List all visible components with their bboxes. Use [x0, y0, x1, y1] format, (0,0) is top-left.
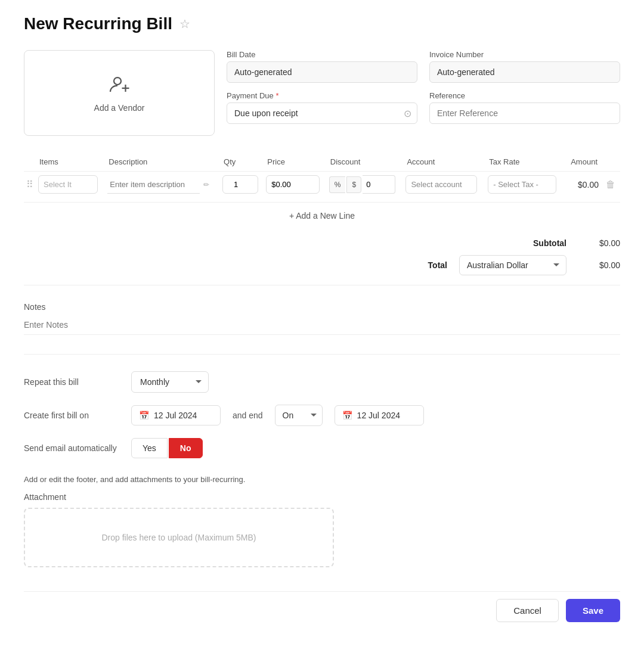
bill-date-group: Bill Date: [227, 50, 417, 83]
payment-due-label: Payment Due *: [227, 91, 417, 100]
drop-text: Drop files here to upload (Maximum 5MB): [101, 533, 256, 542]
vendor-box[interactable]: Add a Vendor: [24, 50, 215, 136]
first-bill-date-picker[interactable]: 📅 12 Jul 2024: [131, 405, 221, 425]
discount-input[interactable]: [363, 175, 395, 194]
svg-point-0: [114, 77, 121, 85]
amount-header: Amount: [565, 153, 601, 172]
tax-rate-header: Tax Rate: [485, 153, 564, 172]
invoice-number-label: Invoice Number: [429, 50, 620, 59]
cancel-button[interactable]: Cancel: [496, 599, 559, 622]
end-select[interactable]: On After Never: [275, 405, 323, 426]
discount-pct-btn[interactable]: %: [329, 176, 346, 193]
attachment-section: Attachment Drop files here to upload (Ma…: [24, 492, 620, 567]
drag-handle-icon[interactable]: ⠿: [26, 179, 33, 190]
qty-wrapper: [222, 175, 258, 194]
delete-row-button[interactable]: 🗑: [603, 177, 618, 192]
action-bar: Cancel Save: [24, 591, 620, 622]
save-button[interactable]: Save: [566, 599, 620, 622]
reference-group: Reference: [429, 91, 620, 124]
and-end-text: and end: [233, 411, 263, 420]
reference-input[interactable]: [429, 102, 620, 124]
notes-input[interactable]: [24, 315, 620, 335]
star-icon[interactable]: ☆: [179, 17, 190, 31]
payment-due-input[interactable]: [227, 102, 417, 124]
delete-col-header: [601, 153, 620, 172]
calendar-icon: ⊙: [404, 108, 411, 119]
calendar-icon-end: 📅: [342, 411, 352, 420]
tax-select[interactable]: - Select Tax -: [488, 175, 556, 194]
vendor-label: Add a Vendor: [94, 103, 145, 113]
repeat-select[interactable]: Monthly Daily Weekly Yearly: [131, 371, 209, 393]
discount-group: % $: [329, 175, 401, 194]
invoice-col: Invoice Number Reference: [429, 50, 620, 124]
no-button[interactable]: No: [169, 438, 203, 458]
table-row: ⠿ Select It ✏ % $: [24, 172, 620, 198]
account-select[interactable]: Select account: [405, 175, 477, 194]
repeat-row: Repeat this bill Monthly Daily Weekly Ye…: [24, 371, 620, 393]
total-label: Total: [400, 260, 447, 270]
items-table: Items Description Qty Price Discount Acc…: [24, 153, 620, 197]
price-header: Price: [264, 153, 327, 172]
end-date-picker[interactable]: 📅 12 Jul 2024: [335, 405, 424, 425]
invoice-number-input[interactable]: [429, 61, 620, 83]
subtotal-value: $0.00: [578, 238, 620, 248]
first-bill-row: Create first bill on 📅 12 Jul 2024 and e…: [24, 405, 620, 426]
description-header: Description: [105, 153, 220, 172]
attachment-label: Attachment: [24, 492, 620, 502]
end-date-value: 12 Jul 2024: [357, 411, 400, 420]
discount-dollar-btn[interactable]: $: [346, 176, 361, 193]
discount-header: Discount: [327, 153, 404, 172]
qty-header: Qty: [220, 153, 264, 172]
email-row: Send email automatically Yes No: [24, 438, 620, 458]
bill-date-input[interactable]: [227, 61, 417, 83]
subtotal-label: Subtotal: [519, 238, 566, 248]
description-input[interactable]: [107, 176, 200, 194]
totals-section: Subtotal $0.00 Total Australian Dollar U…: [24, 229, 620, 285]
subtotal-row: Subtotal $0.00: [519, 238, 620, 248]
add-line-row[interactable]: + Add a New Line: [24, 202, 620, 229]
first-bill-label: Create first bill on: [24, 411, 119, 420]
page-title: New Recurring Bill: [24, 14, 172, 33]
total-row: Total Australian Dollar US Dollar $0.00: [400, 255, 620, 275]
send-email-label: Send email automatically: [24, 443, 119, 453]
drop-zone[interactable]: Drop files here to upload (Maximum 5MB): [24, 508, 334, 567]
reference-label: Reference: [429, 91, 620, 100]
price-input[interactable]: [266, 175, 320, 194]
drag-col-header: [24, 153, 36, 172]
top-form: Add a Vendor Bill Date Payment Due * ⊙ I…: [24, 50, 620, 136]
email-toggle-group: Yes No: [131, 438, 203, 458]
recurring-section: Repeat this bill Monthly Daily Weekly Ye…: [24, 354, 620, 458]
first-bill-date-value: 12 Jul 2024: [154, 411, 197, 420]
yes-button[interactable]: Yes: [131, 438, 168, 458]
notes-section: Notes: [24, 302, 620, 335]
qty-input[interactable]: [222, 175, 258, 194]
calendar-icon-first: 📅: [139, 411, 149, 420]
currency-select[interactable]: Australian Dollar US Dollar: [459, 255, 566, 275]
repeat-label: Repeat this bill: [24, 377, 119, 387]
bill-date-col: Bill Date Payment Due * ⊙: [227, 50, 417, 124]
item-select[interactable]: Select It: [38, 175, 98, 194]
add-person-icon: [109, 74, 130, 100]
invoice-number-group: Invoice Number: [429, 50, 620, 83]
edit-icon: ✏: [203, 181, 209, 189]
amount-cell: $0.00: [565, 172, 601, 198]
items-header: Items: [36, 153, 105, 172]
total-value: $0.00: [578, 260, 620, 270]
notes-label: Notes: [24, 302, 620, 312]
bill-date-label: Bill Date: [227, 50, 417, 59]
payment-due-group: Payment Due * ⊙: [227, 91, 417, 124]
footer-text: Add or edit the footer, and add attachme…: [24, 475, 620, 484]
payment-due-wrapper: ⊙: [227, 102, 417, 124]
page-header: New Recurring Bill ☆: [24, 14, 620, 33]
account-header: Account: [403, 153, 485, 172]
